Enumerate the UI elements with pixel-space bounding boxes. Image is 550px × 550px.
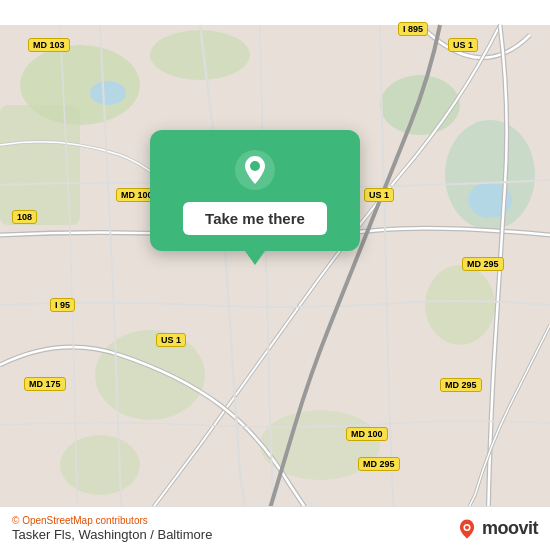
road-label-md295-bot: MD 295: [358, 457, 400, 471]
svg-point-3: [380, 75, 460, 135]
road-label-md295-top: MD 295: [462, 257, 504, 271]
road-label-md175: MD 175: [24, 377, 66, 391]
svg-point-11: [90, 81, 126, 105]
svg-point-5: [425, 265, 495, 345]
copyright-text: © OpenStreetMap contributors: [12, 515, 212, 526]
popup-card: Take me there: [150, 130, 360, 251]
svg-point-16: [465, 525, 469, 529]
svg-point-9: [60, 435, 140, 495]
moovit-brand-text: moovit: [482, 518, 538, 539]
road-label-md103: MD 103: [28, 38, 70, 52]
svg-rect-6: [0, 105, 80, 225]
svg-point-7: [95, 330, 205, 420]
road-label-i95: I 95: [50, 298, 75, 312]
svg-point-2: [150, 30, 250, 80]
road-label-md100-bot: MD 100: [346, 427, 388, 441]
road-label-us1-top: US 1: [448, 38, 478, 52]
moovit-logo: moovit: [456, 518, 538, 540]
road-label-i895: I 895: [398, 22, 428, 36]
road-label-us1-mid: US 1: [364, 188, 394, 202]
location-name: Tasker Fls, Washington / Baltimore: [12, 527, 212, 542]
map-container: MD 103 I 895 US 1 US 1 MD 100 108 I 95 U…: [0, 0, 550, 550]
road-label-108: 108: [12, 210, 37, 224]
location-pin-icon: [233, 148, 277, 192]
bottom-bar: © OpenStreetMap contributors Tasker Fls,…: [0, 506, 550, 550]
take-me-there-button[interactable]: Take me there: [183, 202, 327, 235]
road-label-md295-mid: MD 295: [440, 378, 482, 392]
moovit-pin-icon: [456, 518, 478, 540]
svg-point-14: [250, 161, 260, 171]
bottom-left: © OpenStreetMap contributors Tasker Fls,…: [12, 515, 212, 542]
road-label-us1-bot: US 1: [156, 333, 186, 347]
